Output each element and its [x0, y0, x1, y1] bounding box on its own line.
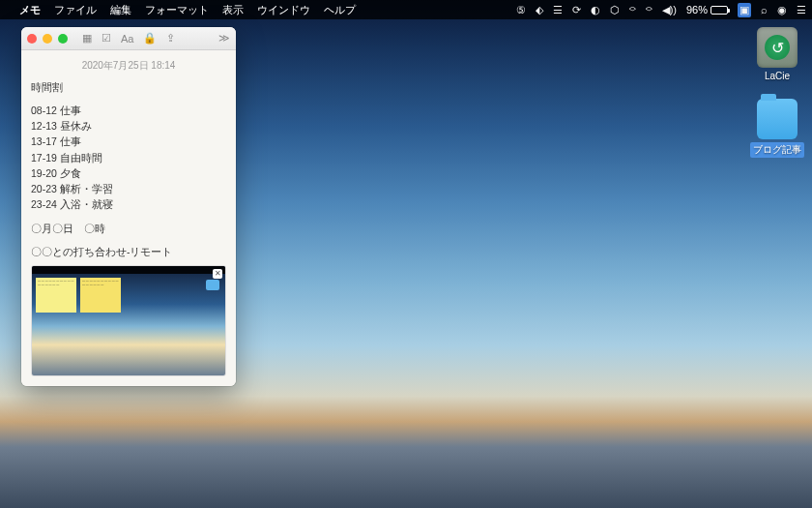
- sticky-note-thumbnail: — — — — — — — — — — — — — — — —: [36, 278, 76, 313]
- status-icon[interactable]: ⬡: [610, 4, 620, 16]
- expand-toolbar-icon[interactable]: ≫: [218, 32, 230, 45]
- volume-icon[interactable]: ◀)): [662, 4, 677, 16]
- dropbox-icon[interactable]: ⬖: [536, 4, 543, 16]
- note-title: 時間割: [31, 79, 226, 95]
- sched-line: 20-23 解析・学習: [31, 181, 226, 196]
- share-icon[interactable]: ⇪: [166, 32, 175, 45]
- menu-bar: メモ ファイル 編集 フォーマット 表示 ウインドウ ヘルプ ⑤ ⬖ ☰ ⟳ ◐…: [0, 0, 812, 19]
- spotlight-icon[interactable]: ⌕: [761, 4, 768, 15]
- window-titlebar[interactable]: ▦ ☑ Aa 🔒 ⇪ ≫: [21, 27, 236, 50]
- list-view-icon[interactable]: ▦: [82, 32, 92, 45]
- folder-thumbnail: [206, 280, 219, 290]
- drive-label: LaCie: [765, 71, 790, 81]
- wifi-icon[interactable]: ⌔: [646, 4, 652, 15]
- checklist-icon[interactable]: ☑: [102, 32, 111, 45]
- notes-window: ▦ ☑ Aa 🔒 ⇪ ≫ 2020年7月25日 18:14 時間割 08-12 …: [21, 27, 236, 386]
- sched-line: 08-12 仕事: [31, 103, 226, 118]
- status-icon[interactable]: ▣: [738, 3, 751, 17]
- note-date: 2020年7月25日 18:14: [31, 58, 226, 74]
- lock-icon[interactable]: 🔒: [143, 32, 157, 45]
- note-line: 〇〇との打ち合わせ-リモート: [31, 244, 226, 259]
- status-icon[interactable]: ⑤: [516, 4, 526, 16]
- folder-label: ブログ記事: [750, 142, 804, 158]
- desktop-icons: ↺ LaCie ブログ記事: [750, 27, 804, 158]
- sched-line: 19-20 夕食: [31, 165, 226, 181]
- sched-line: 23-24 入浴・就寝: [31, 196, 226, 212]
- app-name[interactable]: メモ: [19, 3, 41, 17]
- menu-file[interactable]: ファイル: [54, 3, 97, 17]
- sticky-note-thumbnail: — — — — — — — — — — — — — — — —: [80, 278, 121, 313]
- sched-line: 13-17 仕事: [31, 134, 226, 149]
- status-icon[interactable]: ◐: [591, 4, 600, 16]
- folder-icon-blog[interactable]: ブログ記事: [750, 99, 804, 158]
- note-attachment-image[interactable]: — — — — — — — — — — — — — — — — — — — — …: [31, 265, 226, 376]
- note-content[interactable]: 2020年7月25日 18:14 時間割 08-12 仕事 12-13 昼休み …: [21, 50, 236, 386]
- sched-line: 12-13 昼休み: [31, 118, 226, 134]
- note-schedule: 08-12 仕事 12-13 昼休み 13-17 仕事 17-19 自由時間 1…: [31, 103, 226, 213]
- minimize-button[interactable]: [43, 34, 52, 44]
- format-icon[interactable]: Aa: [121, 33, 133, 45]
- battery-status[interactable]: 96%: [686, 4, 728, 15]
- menu-edit[interactable]: 編集: [110, 3, 131, 17]
- drive-icon-lacie[interactable]: ↺ LaCie: [750, 27, 804, 81]
- status-icon[interactable]: ☰: [553, 4, 563, 16]
- status-icon[interactable]: ⟳: [572, 4, 581, 16]
- menu-help[interactable]: ヘルプ: [324, 3, 356, 17]
- menu-window[interactable]: ウインドウ: [257, 3, 310, 17]
- sched-line: 17-19 自由時間: [31, 150, 226, 165]
- battery-pct: 96%: [686, 4, 708, 15]
- siri-icon[interactable]: ◉: [777, 4, 787, 16]
- bluetooth-icon[interactable]: ⌔: [629, 4, 636, 15]
- close-button[interactable]: [27, 34, 37, 44]
- menu-format[interactable]: フォーマット: [145, 3, 209, 17]
- attachment-close-icon[interactable]: ✕: [213, 269, 222, 279]
- notification-center-icon[interactable]: ☰: [797, 4, 806, 16]
- zoom-button[interactable]: [58, 34, 68, 44]
- note-line: 〇月〇日 〇時: [31, 221, 226, 236]
- menu-view[interactable]: 表示: [222, 3, 244, 17]
